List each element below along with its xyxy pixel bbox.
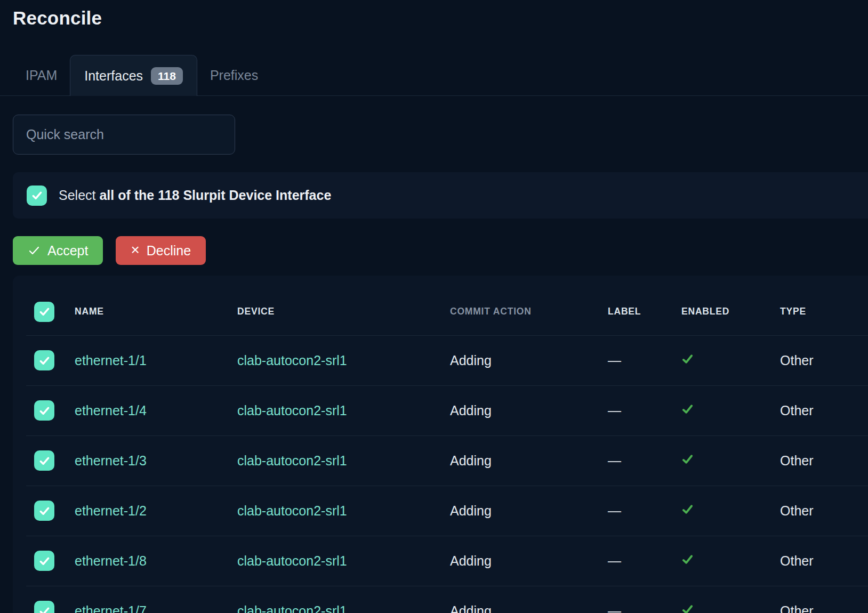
commit-action-value: Adding <box>450 553 492 568</box>
x-icon: × <box>131 243 139 257</box>
device-link[interactable]: clab-autocon2-srl1 <box>237 603 347 613</box>
header-select-cell <box>26 288 74 335</box>
commit-action-value: Adding <box>450 353 492 368</box>
interface-name-link[interactable]: ethernet-1/3 <box>75 453 147 468</box>
check-icon <box>38 605 51 613</box>
check-icon <box>38 305 51 318</box>
commit-action-value: Adding <box>450 603 492 613</box>
check-icon <box>38 354 51 367</box>
type-value: Other <box>780 453 814 468</box>
check-icon <box>38 405 51 417</box>
column-header-label[interactable]: LABEL <box>607 288 681 335</box>
row-checkbox[interactable] <box>34 601 54 613</box>
tab-ipam[interactable]: IPAM <box>13 55 70 95</box>
enabled-check-icon <box>681 353 694 365</box>
interface-name-link[interactable]: ethernet-1/7 <box>75 603 147 613</box>
commit-action-value: Adding <box>450 503 492 518</box>
table-row: ethernet-1/8 clab-autocon2-srl1 Adding —… <box>26 536 868 586</box>
tab-bar: IPAM Interfaces 118 Prefixes <box>0 55 868 96</box>
interfaces-table: NAME DEVICE COMMIT ACTION LABEL ENABLED … <box>26 288 868 613</box>
tab-ipam-label: IPAM <box>26 68 57 83</box>
check-icon <box>38 555 51 567</box>
table-row: ethernet-1/4 clab-autocon2-srl1 Adding —… <box>26 385 868 435</box>
table-row: ethernet-1/2 clab-autocon2-srl1 Adding —… <box>26 486 868 536</box>
table-row: ethernet-1/1 clab-autocon2-srl1 Adding —… <box>26 335 868 385</box>
type-value: Other <box>780 403 814 418</box>
enabled-check-icon <box>681 503 694 515</box>
table-row: ethernet-1/7 clab-autocon2-srl1 Adding —… <box>26 586 868 613</box>
row-checkbox[interactable] <box>34 501 54 521</box>
type-value: Other <box>780 503 814 518</box>
select-all-checkbox[interactable] <box>27 185 47 206</box>
column-header-type[interactable]: TYPE <box>779 288 868 335</box>
commit-action-value: Adding <box>450 453 492 468</box>
interfaces-table-card: NAME DEVICE COMMIT ACTION LABEL ENABLED … <box>13 276 868 613</box>
enabled-check-icon <box>681 553 694 566</box>
check-icon <box>38 505 51 517</box>
table-header-row: NAME DEVICE COMMIT ACTION LABEL ENABLED … <box>26 288 868 335</box>
check-icon <box>31 189 43 201</box>
device-link[interactable]: clab-autocon2-srl1 <box>237 503 347 518</box>
decline-button-label: Decline <box>147 244 191 257</box>
row-checkbox[interactable] <box>34 350 54 370</box>
label-value: — <box>608 403 621 418</box>
tab-interfaces[interactable]: Interfaces 118 <box>70 55 197 96</box>
table-body: ethernet-1/1 clab-autocon2-srl1 Adding —… <box>26 335 868 613</box>
interface-name-link[interactable]: ethernet-1/4 <box>75 403 147 418</box>
check-icon <box>28 244 41 257</box>
column-header-name[interactable]: NAME <box>74 288 237 335</box>
select-all-rows-checkbox[interactable] <box>34 302 54 322</box>
page-title: Reconcile <box>13 7 868 29</box>
device-link[interactable]: clab-autocon2-srl1 <box>237 353 347 368</box>
select-all-label: Select all of the 118 Slurpit Device Int… <box>59 188 331 203</box>
tab-prefixes[interactable]: Prefixes <box>197 55 271 95</box>
tab-prefixes-label: Prefixes <box>210 68 258 83</box>
accept-button[interactable]: Accept <box>13 236 103 265</box>
label-value: — <box>608 603 621 613</box>
bulk-actions: Accept × Decline <box>13 236 868 265</box>
label-value: — <box>608 503 621 518</box>
type-value: Other <box>780 553 814 568</box>
column-header-device[interactable]: DEVICE <box>237 288 449 335</box>
tab-interfaces-count-badge: 118 <box>151 67 183 85</box>
label-value: — <box>608 453 621 468</box>
enabled-check-icon <box>681 403 694 415</box>
label-value: — <box>608 553 621 568</box>
column-header-enabled[interactable]: ENABLED <box>681 288 779 335</box>
row-checkbox[interactable] <box>34 551 54 571</box>
device-link[interactable]: clab-autocon2-srl1 <box>237 453 347 468</box>
enabled-check-icon <box>681 603 694 613</box>
tab-interfaces-label: Interfaces <box>84 68 143 84</box>
device-link[interactable]: clab-autocon2-srl1 <box>237 553 347 568</box>
column-header-commit-action: COMMIT ACTION <box>449 288 607 335</box>
row-checkbox[interactable] <box>34 400 54 421</box>
interface-name-link[interactable]: ethernet-1/8 <box>75 553 147 568</box>
table-row: ethernet-1/3 clab-autocon2-srl1 Adding —… <box>26 435 868 486</box>
interface-name-link[interactable]: ethernet-1/2 <box>75 503 147 518</box>
type-value: Other <box>780 603 814 613</box>
type-value: Other <box>780 353 814 368</box>
select-all-label-prefix: Select <box>59 188 95 203</box>
decline-button[interactable]: × Decline <box>116 236 206 265</box>
device-link[interactable]: clab-autocon2-srl1 <box>237 403 347 418</box>
accept-button-label: Accept <box>47 244 88 257</box>
row-checkbox[interactable] <box>34 450 54 471</box>
enabled-check-icon <box>681 453 694 465</box>
interface-name-link[interactable]: ethernet-1/1 <box>75 353 147 368</box>
quick-search-input[interactable] <box>13 115 235 155</box>
select-all-label-bold: all of the 118 Slurpit Device Interface <box>99 188 331 203</box>
label-value: — <box>608 353 621 368</box>
check-icon <box>38 455 51 467</box>
select-all-banner: Select all of the 118 Slurpit Device Int… <box>13 172 868 219</box>
commit-action-value: Adding <box>450 403 492 418</box>
